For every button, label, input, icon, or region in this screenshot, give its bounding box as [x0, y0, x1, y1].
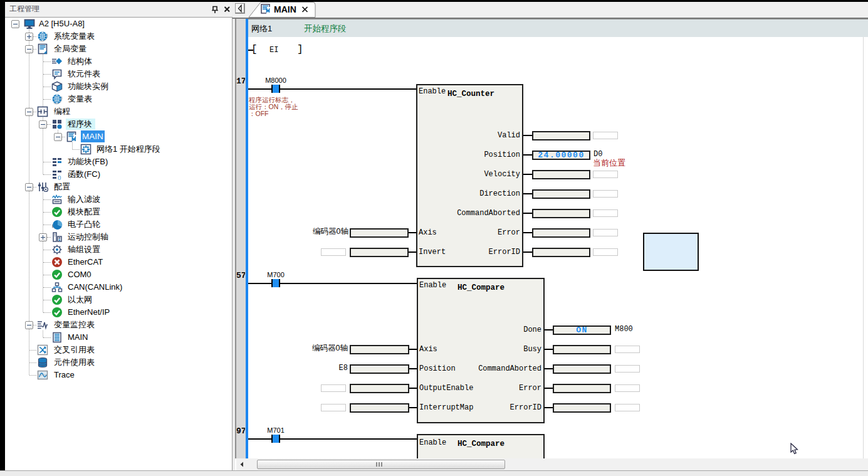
svg-text:(): () — [58, 174, 61, 180]
